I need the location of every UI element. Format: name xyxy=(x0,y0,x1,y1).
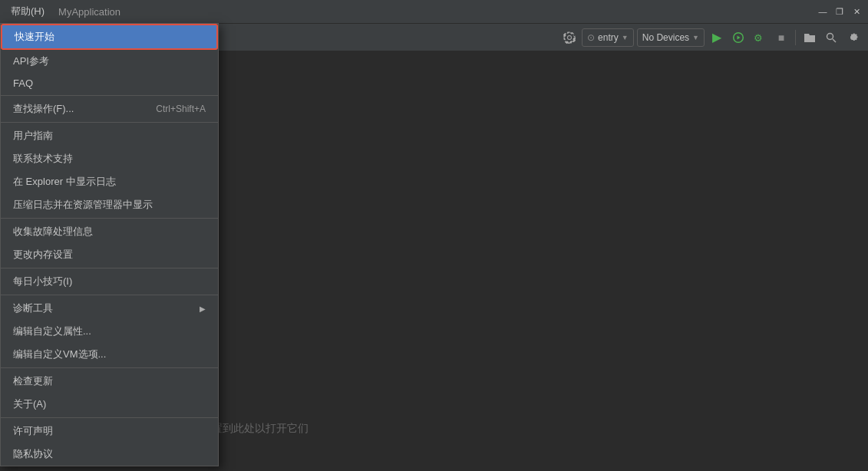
menu-item-label-license: 许可声明 xyxy=(13,424,53,438)
menu-item-label-find-action: 查找操作(F)... xyxy=(13,102,74,116)
menu-item-label-tech-support: 联系技术支持 xyxy=(13,152,73,166)
help-dropdown-menu: 快速开始API参考FAQ查找操作(F)...Ctrl+Shift+A用户指南联系… xyxy=(0,23,219,466)
menu-item-collect-debug[interactable]: 收集故障处理信息 xyxy=(1,220,218,243)
debug-button[interactable] xyxy=(729,28,748,47)
menu-item-diag-tools[interactable]: 诊断工具▶ xyxy=(1,297,218,320)
run-button[interactable]: ▶ xyxy=(708,28,726,47)
menu-item-about[interactable]: 关于(A) xyxy=(1,393,218,416)
svg-line-2 xyxy=(833,39,836,42)
menu-item-label-faq: FAQ xyxy=(13,77,33,89)
menu-item-arrow-diag-tools: ▶ xyxy=(200,305,206,313)
menu-item-label-check-update: 检查更新 xyxy=(13,374,53,388)
file-manager-button[interactable] xyxy=(800,28,819,47)
device-dropdown-arrow: ▼ xyxy=(692,34,699,41)
menu-separator-5 xyxy=(1,122,218,123)
maximize-button[interactable]: ❐ xyxy=(834,6,845,17)
menu-item-label-api-ref: API参考 xyxy=(13,54,49,68)
menu-item-label-user-guide: 用户指南 xyxy=(13,129,53,143)
menu-separator-10 xyxy=(1,218,218,219)
menu-item-tech-support[interactable]: 联系技术支持 xyxy=(1,147,218,170)
title-bar: 帮助(H) MyApplication — ❐ ✕ xyxy=(0,0,868,23)
menu-item-quick-start[interactable]: 快速开始 xyxy=(1,24,218,50)
menu-item-check-update[interactable]: 检查更新 xyxy=(1,370,218,393)
menu-item-label-privacy: 隐私协议 xyxy=(13,447,53,461)
menu-item-label-edit-custom-vm: 编辑自定义VM选项... xyxy=(13,347,106,361)
preferences-button[interactable] xyxy=(843,28,862,47)
menu-item-label-edit-custom-props: 编辑自定义属性... xyxy=(13,324,91,338)
close-button[interactable]: ✕ xyxy=(851,6,862,17)
settings-icon[interactable] xyxy=(560,28,579,47)
menu-item-tip-of-day[interactable]: 每日小技巧(I) xyxy=(1,270,218,293)
search-button[interactable] xyxy=(822,28,840,47)
menu-item-user-guide[interactable]: 用户指南 xyxy=(1,124,218,147)
menu-item-api-ref[interactable]: API参考 xyxy=(1,50,218,73)
menu-item-faq[interactable]: FAQ xyxy=(1,73,218,94)
minimize-button[interactable]: — xyxy=(817,6,828,17)
svg-text:⚙: ⚙ xyxy=(754,32,763,44)
menu-item-edit-custom-vm[interactable]: 编辑自定义VM选项... xyxy=(1,343,218,366)
menu-item-label-quick-start: 快速开始 xyxy=(15,30,54,44)
menu-item-find-action[interactable]: 查找操作(F)...Ctrl+Shift+A xyxy=(1,97,218,120)
menu-item-show-log[interactable]: 在 Explorer 中显示日志 xyxy=(1,170,218,193)
menu-item-shortcut-find-action: Ctrl+Shift+A xyxy=(156,104,206,114)
entry-selector[interactable]: ⊙ entry ▼ xyxy=(582,28,634,47)
menu-help[interactable]: 帮助(H) xyxy=(6,3,49,20)
menu-item-label-zip-log: 压缩日志并在资源管理器中显示 xyxy=(13,198,153,212)
menu-item-edit-custom-props[interactable]: 编辑自定义属性... xyxy=(1,320,218,343)
menu-item-zip-log[interactable]: 压缩日志并在资源管理器中显示 xyxy=(1,193,218,216)
device-selector[interactable]: No Devices ▼ xyxy=(637,28,705,47)
menu-separator-15 xyxy=(1,295,218,295)
menu-item-label-about: 关于(A) xyxy=(13,397,46,411)
menu-item-label-tip-of-day: 每日小技巧(I) xyxy=(13,275,72,288)
app-title: MyApplication xyxy=(58,6,120,18)
build-run-button[interactable]: ⚙ xyxy=(751,28,769,47)
device-label: No Devices xyxy=(642,32,689,43)
entry-label: entry xyxy=(598,32,619,43)
menu-separator-19 xyxy=(1,367,218,368)
menu-item-label-change-memory: 更改内存设置 xyxy=(13,248,73,262)
stop-button[interactable]: ■ xyxy=(772,28,790,47)
menu-item-privacy[interactable]: 隐私协议 xyxy=(1,443,218,466)
menu-item-license[interactable]: 许可声明 xyxy=(1,420,218,443)
menu-item-label-show-log: 在 Explorer 中显示日志 xyxy=(13,175,116,189)
menu-separator-22 xyxy=(1,417,218,418)
entry-dropdown-arrow: ▼ xyxy=(622,34,629,41)
svg-point-1 xyxy=(827,33,833,39)
title-bar-left: 帮助(H) MyApplication xyxy=(6,3,120,20)
menu-separator-3 xyxy=(1,95,218,96)
menu-item-change-memory[interactable]: 更改内存设置 xyxy=(1,243,218,266)
toolbar-separator-1 xyxy=(795,30,796,45)
window-controls: — ❐ ✕ xyxy=(817,6,862,17)
menu-item-label-diag-tools: 诊断工具 xyxy=(13,301,53,315)
menu-item-label-collect-debug: 收集故障处理信息 xyxy=(13,225,93,239)
menu-separator-13 xyxy=(1,268,218,268)
